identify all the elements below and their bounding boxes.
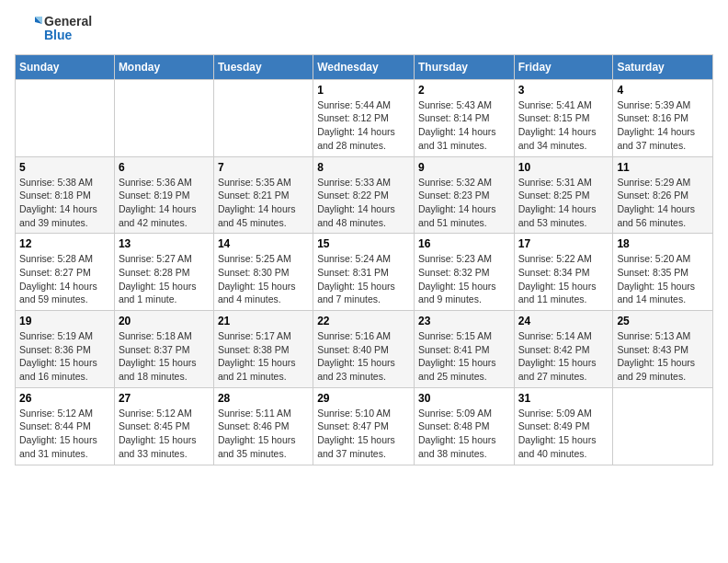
weekday-header-wednesday: Wednesday <box>313 54 415 79</box>
day-number: 19 <box>19 315 110 327</box>
calendar-cell: 13Sunrise: 5:27 AM Sunset: 8:28 PM Dayli… <box>114 234 213 311</box>
weekday-header-thursday: Thursday <box>414 54 514 79</box>
calendar-cell: 16Sunrise: 5:23 AM Sunset: 8:32 PM Dayli… <box>414 234 514 311</box>
day-info: Sunrise: 5:32 AM Sunset: 8:23 PM Dayligh… <box>418 176 510 230</box>
logo-shape <box>15 15 42 42</box>
calendar-cell: 25Sunrise: 5:13 AM Sunset: 8:43 PM Dayli… <box>613 311 713 388</box>
calendar-cell: 21Sunrise: 5:17 AM Sunset: 8:38 PM Dayli… <box>213 311 313 388</box>
day-info: Sunrise: 5:31 AM Sunset: 8:25 PM Dayligh… <box>518 176 609 230</box>
day-number: 26 <box>19 392 110 405</box>
weekday-header-sunday: Sunday <box>16 54 115 79</box>
day-number: 9 <box>418 161 510 174</box>
day-info: Sunrise: 5:29 AM Sunset: 8:26 PM Dayligh… <box>617 176 709 230</box>
day-number: 22 <box>317 315 410 327</box>
day-number: 17 <box>518 237 609 250</box>
day-number: 12 <box>19 237 110 250</box>
day-info: Sunrise: 5:23 AM Sunset: 8:32 PM Dayligh… <box>418 252 510 306</box>
day-info: Sunrise: 5:11 AM Sunset: 8:46 PM Dayligh… <box>218 407 309 461</box>
day-info: Sunrise: 5:27 AM Sunset: 8:28 PM Dayligh… <box>119 252 210 306</box>
day-number: 30 <box>418 392 510 405</box>
calendar-cell <box>613 387 713 465</box>
day-number: 16 <box>418 237 510 250</box>
logo-container: General Blue <box>15 15 92 43</box>
calendar-cell: 2Sunrise: 5:43 AM Sunset: 8:14 PM Daylig… <box>414 79 514 156</box>
day-info: Sunrise: 5:44 AM Sunset: 8:12 PM Dayligh… <box>317 98 410 153</box>
day-info: Sunrise: 5:22 AM Sunset: 8:34 PM Dayligh… <box>518 252 609 306</box>
weekday-header-row: SundayMondayTuesdayWednesdayThursdayFrid… <box>16 54 713 79</box>
weekday-header-tuesday: Tuesday <box>213 54 313 79</box>
calendar-cell: 14Sunrise: 5:25 AM Sunset: 8:30 PM Dayli… <box>213 234 313 311</box>
day-info: Sunrise: 5:18 AM Sunset: 8:37 PM Dayligh… <box>119 329 210 384</box>
day-number: 24 <box>518 315 609 327</box>
calendar-cell: 18Sunrise: 5:20 AM Sunset: 8:35 PM Dayli… <box>613 234 713 311</box>
weekday-header-friday: Friday <box>514 54 613 79</box>
weekday-header-monday: Monday <box>114 54 213 79</box>
day-info: Sunrise: 5:35 AM Sunset: 8:21 PM Dayligh… <box>218 176 309 230</box>
calendar-week-row: 26Sunrise: 5:12 AM Sunset: 8:44 PM Dayli… <box>16 387 713 465</box>
calendar-cell: 20Sunrise: 5:18 AM Sunset: 8:37 PM Dayli… <box>114 311 213 388</box>
day-number: 6 <box>119 161 210 174</box>
day-info: Sunrise: 5:09 AM Sunset: 8:49 PM Dayligh… <box>518 407 609 461</box>
calendar-cell: 10Sunrise: 5:31 AM Sunset: 8:25 PM Dayli… <box>514 156 613 234</box>
calendar-week-row: 1Sunrise: 5:44 AM Sunset: 8:12 PM Daylig… <box>16 79 713 156</box>
day-info: Sunrise: 5:10 AM Sunset: 8:47 PM Dayligh… <box>317 407 410 461</box>
day-info: Sunrise: 5:43 AM Sunset: 8:14 PM Dayligh… <box>418 98 510 153</box>
day-number: 11 <box>617 161 709 174</box>
day-number: 5 <box>19 161 110 174</box>
calendar-cell <box>114 79 213 156</box>
calendar-cell: 5Sunrise: 5:38 AM Sunset: 8:18 PM Daylig… <box>16 156 115 234</box>
calendar-cell: 17Sunrise: 5:22 AM Sunset: 8:34 PM Dayli… <box>514 234 613 311</box>
day-info: Sunrise: 5:14 AM Sunset: 8:42 PM Dayligh… <box>518 329 609 384</box>
day-info: Sunrise: 5:38 AM Sunset: 8:18 PM Dayligh… <box>19 176 110 230</box>
logo-text: General Blue <box>44 15 92 43</box>
day-number: 28 <box>218 392 309 405</box>
day-number: 21 <box>218 315 309 327</box>
calendar-cell <box>213 79 313 156</box>
day-number: 23 <box>418 315 510 327</box>
calendar-week-row: 19Sunrise: 5:19 AM Sunset: 8:36 PM Dayli… <box>16 311 713 388</box>
calendar-cell: 12Sunrise: 5:28 AM Sunset: 8:27 PM Dayli… <box>16 234 115 311</box>
day-info: Sunrise: 5:24 AM Sunset: 8:31 PM Dayligh… <box>317 252 410 306</box>
day-number: 29 <box>317 392 410 405</box>
day-info: Sunrise: 5:33 AM Sunset: 8:22 PM Dayligh… <box>317 176 410 230</box>
day-number: 1 <box>317 84 410 97</box>
weekday-header-saturday: Saturday <box>613 54 713 79</box>
day-info: Sunrise: 5:41 AM Sunset: 8:15 PM Dayligh… <box>518 98 609 153</box>
calendar-cell: 30Sunrise: 5:09 AM Sunset: 8:48 PM Dayli… <box>414 387 514 465</box>
day-number: 8 <box>317 161 410 174</box>
day-number: 10 <box>518 161 609 174</box>
calendar-cell: 9Sunrise: 5:32 AM Sunset: 8:23 PM Daylig… <box>414 156 514 234</box>
calendar-cell: 1Sunrise: 5:44 AM Sunset: 8:12 PM Daylig… <box>313 79 415 156</box>
calendar-cell: 8Sunrise: 5:33 AM Sunset: 8:22 PM Daylig… <box>313 156 415 234</box>
calendar-week-row: 12Sunrise: 5:28 AM Sunset: 8:27 PM Dayli… <box>16 234 713 311</box>
day-number: 31 <box>518 392 609 405</box>
calendar-cell: 11Sunrise: 5:29 AM Sunset: 8:26 PM Dayli… <box>613 156 713 234</box>
calendar-cell: 27Sunrise: 5:12 AM Sunset: 8:45 PM Dayli… <box>114 387 213 465</box>
day-number: 20 <box>119 315 210 327</box>
day-number: 18 <box>617 237 709 250</box>
calendar-cell: 19Sunrise: 5:19 AM Sunset: 8:36 PM Dayli… <box>16 311 115 388</box>
day-info: Sunrise: 5:25 AM Sunset: 8:30 PM Dayligh… <box>218 252 309 306</box>
day-number: 2 <box>418 84 510 97</box>
day-info: Sunrise: 5:12 AM Sunset: 8:45 PM Dayligh… <box>119 407 210 461</box>
calendar-cell: 23Sunrise: 5:15 AM Sunset: 8:41 PM Dayli… <box>414 311 514 388</box>
day-number: 3 <box>518 84 609 97</box>
day-info: Sunrise: 5:36 AM Sunset: 8:19 PM Dayligh… <box>119 176 210 230</box>
calendar-week-row: 5Sunrise: 5:38 AM Sunset: 8:18 PM Daylig… <box>16 156 713 234</box>
calendar-cell: 15Sunrise: 5:24 AM Sunset: 8:31 PM Dayli… <box>313 234 415 311</box>
day-number: 15 <box>317 237 410 250</box>
day-info: Sunrise: 5:20 AM Sunset: 8:35 PM Dayligh… <box>617 252 709 306</box>
calendar-cell: 3Sunrise: 5:41 AM Sunset: 8:15 PM Daylig… <box>514 79 613 156</box>
day-info: Sunrise: 5:12 AM Sunset: 8:44 PM Dayligh… <box>19 407 110 461</box>
calendar-cell <box>16 79 115 156</box>
day-info: Sunrise: 5:15 AM Sunset: 8:41 PM Dayligh… <box>418 329 510 384</box>
day-info: Sunrise: 5:16 AM Sunset: 8:40 PM Dayligh… <box>317 329 410 384</box>
day-info: Sunrise: 5:19 AM Sunset: 8:36 PM Dayligh… <box>19 329 110 384</box>
day-number: 14 <box>218 237 309 250</box>
calendar-cell: 24Sunrise: 5:14 AM Sunset: 8:42 PM Dayli… <box>514 311 613 388</box>
day-info: Sunrise: 5:09 AM Sunset: 8:48 PM Dayligh… <box>418 407 510 461</box>
day-number: 13 <box>119 237 210 250</box>
calendar-cell: 29Sunrise: 5:10 AM Sunset: 8:47 PM Dayli… <box>313 387 415 465</box>
day-info: Sunrise: 5:13 AM Sunset: 8:43 PM Dayligh… <box>617 329 709 384</box>
calendar-cell: 22Sunrise: 5:16 AM Sunset: 8:40 PM Dayli… <box>313 311 415 388</box>
